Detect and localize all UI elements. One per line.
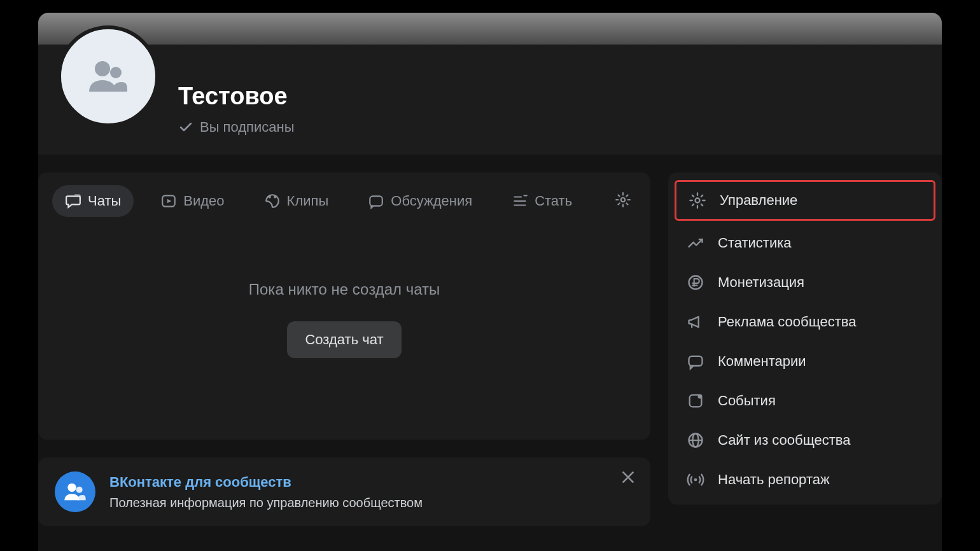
promo-title: ВКонтакте для сообществ (109, 474, 423, 491)
close-icon (620, 469, 636, 485)
comment-icon (686, 352, 705, 371)
notification-icon (686, 391, 705, 410)
tabs-settings-button[interactable] (610, 186, 636, 216)
tabs-bar: Чаты Видео Клипы Обсуждения (52, 185, 636, 217)
community-header: Тестовое Вы подписаны (38, 45, 942, 155)
cover-image (38, 13, 942, 45)
subscribed-label: Вы подписаны (200, 119, 295, 136)
community-title: Тестовое (178, 83, 923, 110)
article-icon (512, 193, 528, 209)
sidebar-item-statistics[interactable]: Статистика (668, 223, 942, 263)
tab-discussions[interactable]: Обсуждения (355, 185, 485, 217)
gear-icon (615, 192, 631, 208)
sidebar-item-comments[interactable]: Комментарии (668, 342, 942, 381)
sidebar-item-label: Сайт из сообщества (718, 432, 851, 449)
sidebar-item-label: Монетизация (718, 274, 804, 291)
stats-icon (686, 234, 705, 253)
megaphone-icon (686, 312, 705, 331)
sidebar-menu: Управление Статистика Монетизация Реклам… (668, 172, 942, 505)
ruble-icon (686, 273, 705, 292)
sidebar-item-label: Статистика (718, 235, 792, 251)
broadcast-icon (686, 470, 705, 489)
sidebar-item-website[interactable]: Сайт из сообщества (668, 421, 942, 460)
gear-icon (688, 191, 707, 210)
subscribed-status[interactable]: Вы подписаны (178, 119, 923, 136)
check-icon (178, 120, 193, 135)
tab-articles[interactable]: Стать (499, 185, 585, 217)
sidebar-item-broadcast[interactable]: Начать репортаж (668, 460, 942, 499)
sidebar-item-events[interactable]: События (668, 381, 942, 421)
promo-card[interactable]: ВКонтакте для сообществ Полезная информа… (38, 457, 650, 526)
sidebar-item-advertising[interactable]: Реклама сообщества (668, 302, 942, 342)
sidebar-item-monetization[interactable]: Монетизация (668, 263, 942, 302)
empty-state: Пока никто не создал чаты Создать чат (52, 217, 636, 358)
highlight-management: Управление (675, 180, 935, 221)
tab-video[interactable]: Видео (148, 185, 237, 217)
promo-close-button[interactable] (620, 469, 636, 488)
sidebar-item-label: Управление (720, 192, 797, 209)
tab-chats[interactable]: Чаты (52, 185, 134, 217)
globe-icon (686, 431, 705, 450)
people-icon (85, 53, 131, 99)
promo-subtitle: Полезная информация по управлению сообще… (109, 496, 423, 510)
sidebar-item-label: Комментарии (718, 353, 806, 370)
tab-clips[interactable]: Клипы (251, 185, 342, 217)
sidebar-item-label: Реклама сообщества (718, 314, 857, 330)
community-avatar[interactable] (57, 25, 159, 127)
empty-text: Пока никто не создал чаты (52, 281, 636, 298)
play-icon (160, 193, 177, 209)
sidebar-item-label: Начать репортаж (718, 471, 830, 488)
content-card: Чаты Видео Клипы Обсуждения (38, 172, 650, 440)
sidebar-item-management[interactable]: Управление (676, 182, 934, 219)
chat-icon (65, 193, 81, 209)
people-icon (62, 479, 88, 505)
promo-avatar (55, 471, 95, 512)
create-chat-button[interactable]: Создать чат (287, 321, 401, 358)
clips-icon (264, 193, 281, 209)
discussion-icon (368, 193, 384, 209)
sidebar-item-label: События (718, 393, 776, 409)
